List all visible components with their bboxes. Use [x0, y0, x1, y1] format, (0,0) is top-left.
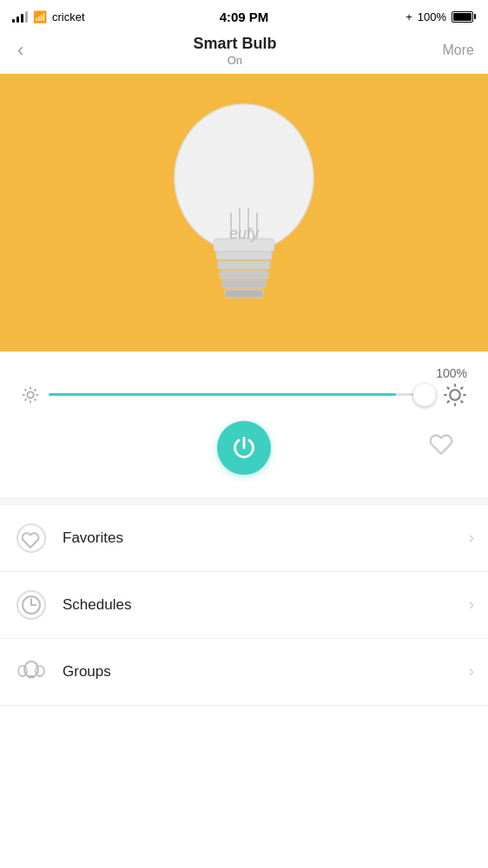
- svg-rect-9: [222, 280, 266, 288]
- svg-line-29: [447, 400, 449, 402]
- controls-area: 100%: [0, 352, 488, 497]
- menu-item-schedules[interactable]: Schedules ›: [0, 572, 488, 639]
- svg-line-18: [35, 398, 36, 400]
- brightness-min-icon: [21, 385, 40, 404]
- svg-line-20: [25, 398, 27, 400]
- svg-line-26: [447, 387, 449, 389]
- brightness-percent-label: 100%: [436, 366, 467, 380]
- bulb-image: eufy: [148, 87, 340, 339]
- svg-line-19: [35, 389, 36, 391]
- brightness-slider[interactable]: [49, 383, 434, 407]
- schedules-chevron: ›: [469, 595, 474, 614]
- svg-point-12: [27, 391, 33, 398]
- favorites-chevron: ›: [469, 529, 474, 547]
- status-left: 📶 cricket: [12, 10, 85, 23]
- menu-item-groups[interactable]: Groups ›: [0, 639, 488, 705]
- schedules-icon: [14, 588, 49, 622]
- groups-icon: [14, 654, 49, 689]
- power-button[interactable]: [217, 421, 271, 475]
- bluetooth-icon: +: [406, 10, 412, 23]
- groups-label: Groups: [63, 663, 455, 681]
- wifi-icon: 📶: [33, 10, 47, 23]
- section-divider: [0, 498, 488, 505]
- battery-percent: 100%: [418, 10, 446, 23]
- svg-point-21: [450, 390, 460, 400]
- svg-rect-10: [225, 290, 263, 298]
- favorite-button[interactable]: [429, 432, 453, 463]
- svg-rect-7: [218, 261, 270, 269]
- status-bar: 📶 cricket 4:09 PM + 100%: [0, 0, 488, 31]
- svg-line-28: [461, 387, 463, 389]
- favorites-label: Favorites: [63, 529, 455, 547]
- status-right: + 100%: [406, 10, 476, 23]
- more-button[interactable]: More: [443, 43, 474, 58]
- svg-rect-8: [220, 271, 268, 279]
- svg-text:eufy: eufy: [229, 225, 260, 242]
- nav-bar: ‹ Smart Bulb On More: [0, 31, 488, 74]
- svg-rect-41: [38, 675, 43, 677]
- menu-item-favorites[interactable]: Favorites ›: [0, 505, 488, 572]
- svg-rect-39: [21, 675, 25, 677]
- back-button[interactable]: ‹: [14, 36, 27, 65]
- nav-title-area: Smart Bulb On: [193, 35, 276, 67]
- signal-icon: [12, 10, 28, 23]
- divider-bottom: [0, 705, 488, 706]
- carrier-label: cricket: [52, 10, 85, 23]
- bulb-display: eufy: [0, 74, 488, 352]
- svg-rect-36: [28, 675, 35, 677]
- action-row: [21, 412, 467, 489]
- svg-point-38: [18, 666, 27, 676]
- svg-rect-37: [29, 677, 35, 679]
- device-status: On: [193, 54, 276, 67]
- favorites-icon: [14, 521, 49, 556]
- svg-line-17: [25, 389, 27, 391]
- brightness-row: [21, 383, 467, 407]
- status-time: 4:09 PM: [220, 10, 269, 24]
- page-title: Smart Bulb: [193, 35, 276, 54]
- svg-line-27: [461, 400, 463, 402]
- groups-chevron: ›: [469, 662, 474, 681]
- svg-point-40: [36, 666, 44, 676]
- svg-rect-6: [216, 252, 272, 260]
- brightness-max-icon: [443, 383, 467, 407]
- schedules-label: Schedules: [63, 596, 455, 614]
- battery-icon: [452, 11, 476, 23]
